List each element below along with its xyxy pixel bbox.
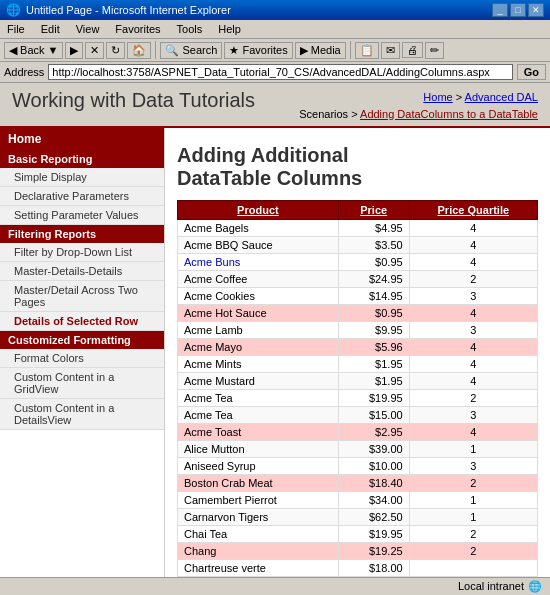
content-heading: Adding Additional DataTable Columns [177, 144, 538, 190]
col-product: Product [178, 201, 339, 220]
cell-product: Acme Mayo [178, 339, 339, 356]
sidebar-section-formatting[interactable]: Customized Formatting [0, 331, 164, 349]
table-row: Acme Coffee$24.952 [178, 271, 538, 288]
go-button[interactable]: Go [517, 64, 546, 80]
table-row: Boston Crab Meat$18.402 [178, 475, 538, 492]
cell-quartile: 1 [409, 492, 537, 509]
cell-price: $19.25 [338, 543, 409, 560]
toolbar: ◀ Back ▼ ▶ ✕ ↻ 🏠 🔍 Search ★ Favorites ▶ … [0, 39, 550, 62]
sidebar-item-master-detail-pages[interactable]: Master/Detail Across Two Pages [0, 281, 164, 312]
cell-price: $24.95 [338, 271, 409, 288]
cell-product: Acme Cookies [178, 288, 339, 305]
cell-quartile: 3 [409, 407, 537, 424]
table-row: Acme Mustard$1.954 [178, 373, 538, 390]
cell-product: Acme Mustard [178, 373, 339, 390]
media-button[interactable]: ▶ Media [295, 42, 346, 59]
sidebar-item-master-details[interactable]: Master-Details-Details [0, 262, 164, 281]
cell-quartile [409, 560, 537, 577]
close-button[interactable]: ✕ [528, 3, 544, 17]
cell-product: Acme Buns [178, 254, 339, 271]
site-title: Working with Data Tutorials [12, 89, 255, 112]
sidebar-item-format-colors[interactable]: Format Colors [0, 349, 164, 368]
cell-product: Acme Tea [178, 407, 339, 424]
cell-quartile: 4 [409, 339, 537, 356]
cell-price: $5.96 [338, 339, 409, 356]
menu-bar: File Edit View Favorites Tools Help [0, 20, 550, 39]
cell-product: Acme Tea [178, 390, 339, 407]
sidebar-item-simple-display[interactable]: Simple Display [0, 168, 164, 187]
col-quartile: Price Quartile [409, 201, 537, 220]
forward-button[interactable]: ▶ [65, 42, 83, 59]
menu-help[interactable]: Help [215, 22, 244, 36]
table-row: Acme Cookies$14.953 [178, 288, 538, 305]
cell-quartile: 3 [409, 322, 537, 339]
edit-button[interactable]: ✏ [425, 42, 444, 59]
menu-view[interactable]: View [73, 22, 103, 36]
breadcrumb-advanced-dal[interactable]: Advanced DAL [465, 91, 538, 103]
cell-quartile: 2 [409, 390, 537, 407]
menu-tools[interactable]: Tools [174, 22, 206, 36]
sidebar-item-details-selected[interactable]: Details of Selected Row [0, 312, 164, 331]
main-layout: Home Basic Reporting Simple Display Decl… [0, 128, 550, 595]
table-row: Chang$19.252 [178, 543, 538, 560]
favorites-button[interactable]: ★ Favorites [224, 42, 292, 59]
menu-favorites[interactable]: Favorites [112, 22, 163, 36]
address-label: Address [4, 66, 44, 78]
table-row: Acme Hot Sauce$0.954 [178, 305, 538, 322]
table-row: Aniseed Syrup$10.003 [178, 458, 538, 475]
cell-product: Camembert Pierrot [178, 492, 339, 509]
sidebar-item-filter-dropdown[interactable]: Filter by Drop-Down List [0, 243, 164, 262]
address-bar: Address Go [0, 62, 550, 83]
cell-price: $1.95 [338, 373, 409, 390]
cell-price: $9.95 [338, 322, 409, 339]
menu-edit[interactable]: Edit [38, 22, 63, 36]
sidebar-item-custom-content-gridview[interactable]: Custom Content in a GridView [0, 368, 164, 399]
maximize-button[interactable]: □ [510, 3, 526, 17]
sidebar-home[interactable]: Home [0, 128, 164, 150]
table-header-row: Product Price Price Quartile [178, 201, 538, 220]
sidebar-item-declarative[interactable]: Declarative Parameters [0, 187, 164, 206]
sidebar-item-setting-params[interactable]: Setting Parameter Values [0, 206, 164, 225]
table-row: Acme Tea$15.003 [178, 407, 538, 424]
cell-product: Boston Crab Meat [178, 475, 339, 492]
cell-product: Chai Tea [178, 526, 339, 543]
cell-price: $14.95 [338, 288, 409, 305]
sidebar-item-custom-content-detailsview[interactable]: Custom Content in a DetailsView [0, 399, 164, 430]
zone-icon: 🌐 [528, 580, 542, 593]
search-button[interactable]: 🔍 Search [160, 42, 222, 59]
refresh-button[interactable]: ↻ [106, 42, 125, 59]
menu-file[interactable]: File [4, 22, 28, 36]
breadcrumb-home[interactable]: Home [423, 91, 452, 103]
cell-price: $1.95 [338, 356, 409, 373]
cell-price: $3.50 [338, 237, 409, 254]
cell-product: Carnarvon Tigers [178, 509, 339, 526]
content-heading-line1: Adding Additional [177, 144, 348, 166]
cell-product: Acme Lamb [178, 322, 339, 339]
cell-quartile: 2 [409, 526, 537, 543]
home-button[interactable]: 🏠 [127, 42, 151, 59]
minimize-button[interactable]: _ [492, 3, 508, 17]
content-heading-line2: DataTable Columns [177, 167, 362, 189]
mail-button[interactable]: ✉ [381, 42, 400, 59]
address-input[interactable] [48, 64, 512, 80]
stop-button[interactable]: ✕ [85, 42, 104, 59]
cell-quartile: 4 [409, 305, 537, 322]
cell-product: Chang [178, 543, 339, 560]
print-button[interactable]: 🖨 [402, 42, 423, 58]
table-row: Acme Lamb$9.953 [178, 322, 538, 339]
table-row: Carnarvon Tigers$62.501 [178, 509, 538, 526]
cell-quartile: 1 [409, 441, 537, 458]
cell-price: $4.95 [338, 220, 409, 237]
sidebar-section-basic[interactable]: Basic Reporting [0, 150, 164, 168]
toolbar-separator [155, 41, 156, 59]
cell-price: $18.00 [338, 560, 409, 577]
history-button[interactable]: 📋 [355, 42, 379, 59]
cell-product: Chartreuse verte [178, 560, 339, 577]
back-button[interactable]: ◀ Back ▼ [4, 42, 63, 59]
cell-price: $2.95 [338, 424, 409, 441]
cell-product: Acme BBQ Sauce [178, 237, 339, 254]
sidebar-section-filtering[interactable]: Filtering Reports [0, 225, 164, 243]
table-row: Acme Toast$2.954 [178, 424, 538, 441]
table-row: Acme BBQ Sauce$3.504 [178, 237, 538, 254]
cell-price: $0.95 [338, 305, 409, 322]
